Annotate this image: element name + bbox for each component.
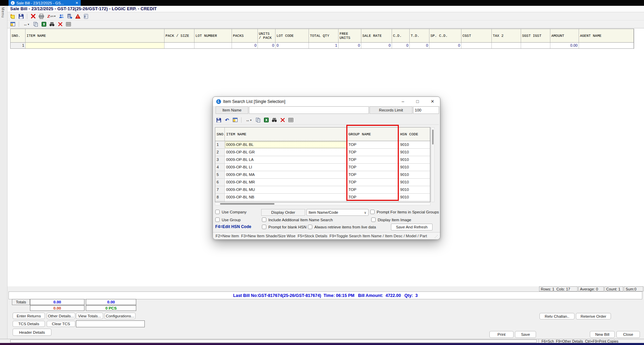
item-cell-item-name[interactable]: 0009-OP-BL LA [225,156,347,163]
grid-cell-sgst-igst[interactable] [521,43,550,48]
always-retrieve-option[interactable]: Alwavs retrieve items from live data [308,225,376,229]
item-cell-sno[interactable]: 6 [215,179,225,186]
close-button[interactable]: Close [616,331,640,338]
delete-icon[interactable] [30,13,36,19]
column-header-sp-c-d[interactable]: SP. C.D. [429,29,461,42]
excel-export-icon[interactable] [41,21,47,27]
excel-export-icon[interactable] [263,117,269,123]
save-icon[interactable] [18,13,24,19]
item-cell-hsn-code[interactable]: 9010 [399,194,430,201]
copy-icon[interactable] [32,21,39,27]
column-header-tax-2[interactable]: TAX 2 [492,29,521,42]
item-cell-item-name[interactable]: 0009-OP-BL MU [225,186,347,193]
grid-view-icon[interactable] [65,21,72,27]
prompt-special-groups-option[interactable]: Prompt For Items in Special Groups [370,210,439,214]
grid-cell-packs[interactable]: 0 [232,43,258,48]
export-grid-icon[interactable] [10,21,16,27]
column-header-lot-number[interactable]: LOT NUMBER [194,29,232,42]
tab-close-icon[interactable]: ✕ [76,1,78,5]
find-icon[interactable] [271,117,278,123]
resize-grip-icon[interactable]: ⋰ [435,235,438,238]
prompt-blank-hsn-option[interactable]: Prompt for blank HSN [262,225,307,229]
grid-cell-t-d[interactable]: 0 [410,43,429,48]
print-icon[interactable] [38,13,45,19]
item-cell-sno[interactable]: 8 [215,194,225,201]
other-details-button[interactable]: Other Details... [47,313,75,319]
export-grid-icon[interactable] [232,117,238,123]
form-settings-icon[interactable] [83,13,89,19]
grid-cell-total-qty[interactable]: 1 [309,43,339,48]
item-cell-group-name[interactable]: TOP [347,171,399,178]
column-header-item-name[interactable]: ITEM NAME [26,29,164,42]
item-cell-item-name[interactable]: 0009-OP-BL BL [225,141,347,148]
grid-cell-units-pack[interactable]: 0 [258,43,276,48]
item-cell-sno[interactable]: 2 [215,149,225,156]
item-cell-sno[interactable]: 7 [215,186,225,193]
column-header-sgst-igst[interactable]: SGST IGST [521,29,550,42]
item-cell-sno[interactable]: 5 [215,171,225,178]
item-cell-hsn-code[interactable]: 9010 [399,186,430,193]
tcs-value-field[interactable] [76,320,145,327]
column-header-item-name[interactable]: ITEM NAME [225,127,347,141]
copy-icon[interactable] [255,117,261,123]
column-header-sale-rate[interactable]: SALE RATE [361,29,392,42]
item-row[interactable]: 40009-OP-BL LITOP9010 [215,164,430,171]
reterive-order-button[interactable]: Reterive Order [576,313,611,319]
item-cell-group-name[interactable]: TOP [347,141,399,148]
always-retrieve-checkbox[interactable] [308,225,312,229]
item-row[interactable]: 50009-OP-BL MATOP9010 [215,171,430,179]
column-header-cgst[interactable]: CGST [461,29,492,42]
column-header-amount[interactable]: AMOUNT [550,29,579,42]
item-cell-hsn-code[interactable]: 9010 [399,171,430,178]
grid-cell-tax-2[interactable] [492,43,521,48]
clear-filter-icon[interactable] [279,117,286,123]
enter-returns-button[interactable]: Enter Returns [13,313,45,319]
item-cell-item-name[interactable]: 0009-OP-BL LI [225,164,347,171]
use-company-option[interactable]: Use Company [215,210,247,214]
column-header-pack-size[interactable]: PACK / SIZE [164,29,194,42]
include-additional-checkbox[interactable] [262,217,266,222]
display-item-image-checkbox[interactable] [371,217,376,222]
grid-cell-sno[interactable]: 1 [11,43,26,48]
undo-icon[interactable]: ↶ [224,117,230,123]
column-width-icon[interactable]: ↔▾ [22,21,31,27]
item-cell-hsn-code[interactable]: 9010 [399,141,430,148]
grid-row[interactable]: 10001000000.00 [11,42,634,48]
vertical-scrollbar[interactable] [431,127,435,202]
item-cell-hsn-code[interactable]: 9010 [399,201,430,202]
item-cell-group-name[interactable]: TOP [347,164,399,171]
item-row[interactable]: 30009-OP-BL LATOP9010 [215,156,430,164]
include-additional-option[interactable]: Include Additional Item Name Search [262,217,333,222]
clear-filter-icon[interactable] [57,21,63,27]
item-cell-group-name[interactable]: TOP [347,149,399,156]
item-cell-group-name[interactable]: TOP [347,179,399,186]
item-name-search-input[interactable] [249,106,369,114]
item-cell-item-name[interactable]: 0009-OP-BL NB [225,194,347,201]
tcs-details-button[interactable]: TCS Details [13,321,45,327]
item-cell-sno[interactable]: 3 [215,156,225,163]
scrollbar-thumb[interactable] [432,130,434,145]
column-header-units-pack[interactable]: UNITS / PACK [258,29,276,42]
item-cell-group-name[interactable]: TOP [347,201,399,202]
item-row[interactable]: 70009-OP-BL MUTOP9010 [215,186,430,194]
item-row[interactable]: 60009-OP-BL MRTOP9010 [215,179,430,186]
scrollbar-thumb[interactable] [220,203,274,205]
item-cell-hsn-code[interactable]: 9010 [399,149,430,156]
item-cell-hsn-code[interactable]: 9010 [399,156,430,163]
item-cell-group-name[interactable]: TOP [347,186,399,193]
item-row[interactable]: 90009-OP-BL ORTOP9010 [215,201,430,202]
item-cell-hsn-code[interactable]: 9010 [399,179,430,186]
item-cell-sno[interactable]: 4 [215,164,225,171]
grid-cell-sp-c-d[interactable]: 0 [429,43,461,48]
column-header-free-units[interactable]: FREE UNITS [339,29,361,42]
column-header-sno[interactable]: SNO. [11,29,26,42]
grid-cell-sale-rate[interactable]: 0 [361,43,392,48]
new-bill-button[interactable]: New Bill [590,331,615,338]
display-order-select[interactable]: Item Name/Code ∨ [307,209,368,216]
grid-cell-lot-number[interactable] [194,43,232,48]
find-icon[interactable] [49,21,55,27]
users-icon[interactable] [58,13,65,19]
column-header-group-name[interactable]: GROUP NAME [347,127,399,141]
retv-challan-button[interactable]: Retv Challan.. [539,313,575,319]
grid-cell-c-d[interactable]: 0 [392,43,410,48]
